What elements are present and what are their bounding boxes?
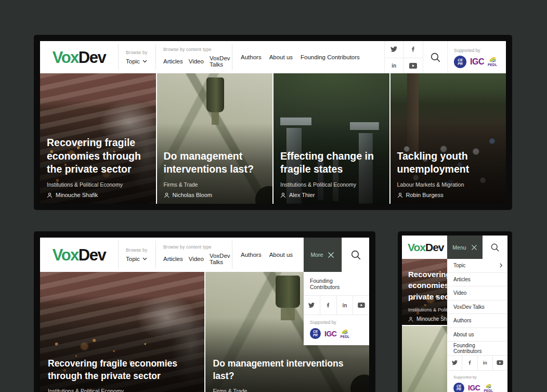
menu-item-video[interactable]: Video — [447, 286, 507, 300]
linkedin-icon[interactable]: in — [385, 58, 404, 74]
nav-authors[interactable]: Authors — [241, 252, 262, 258]
cepr-logo[interactable]: CEPR — [310, 328, 321, 339]
voxdev-logo[interactable]: VoxDev — [40, 238, 118, 272]
search-button[interactable] — [483, 236, 507, 259]
article-card[interactable]: Effecting change in fragile states Insti… — [274, 73, 389, 204]
tablet-page: VoxDev Browse by Topic Browse by content… — [40, 238, 369, 392]
menu-item-authors[interactable]: Authors — [447, 314, 507, 328]
more-dropdown-panel: Founding Contributors in Supported by CE… — [304, 272, 369, 345]
twitter-icon[interactable] — [447, 356, 462, 370]
card-category: Firms & Trade — [213, 388, 362, 392]
article-card[interactable]: Recovering fragile economies through the… — [40, 73, 156, 204]
twitter-icon[interactable] — [385, 41, 404, 58]
nav-video[interactable]: Video — [189, 58, 204, 64]
person-icon — [164, 192, 170, 198]
nav-articles[interactable]: Articles — [163, 58, 183, 64]
menu-item-founding-contributors[interactable]: Founding Contributors — [304, 272, 369, 296]
voxdev-logo-text: VoxDev — [53, 49, 106, 66]
menu-item-about-us[interactable]: About us — [447, 328, 507, 342]
nav-authors[interactable]: Authors — [241, 54, 262, 60]
article-card[interactable]: Do management interventions last? Firms … — [157, 73, 273, 204]
pedl-swirl-icon — [485, 384, 492, 388]
nav-about-us[interactable]: About us — [269, 252, 293, 258]
nav-articles[interactable]: Articles — [163, 256, 183, 262]
facebook-icon[interactable] — [462, 356, 477, 370]
browse-by-topic-cell: Browse by Topic — [119, 238, 155, 272]
search-icon — [350, 250, 361, 260]
person-icon — [408, 317, 413, 322]
browse-by-label: Browse by — [126, 50, 155, 55]
pedl-logo[interactable]: PEDL — [484, 384, 493, 392]
facebook-icon[interactable] — [404, 41, 423, 58]
voxdev-logo[interactable]: VoxDev — [40, 41, 118, 73]
nav-voxdev-talks[interactable]: VoxDev Talks — [210, 55, 232, 68]
topic-dropdown[interactable]: Topic — [126, 256, 155, 262]
facebook-icon[interactable] — [320, 296, 336, 315]
menu-button[interactable]: Menu — [447, 236, 483, 259]
supported-by-cell: Supported by CEPR IGC PEDL — [448, 41, 506, 73]
pedl-swirl-icon — [341, 329, 348, 334]
twitter-icon[interactable] — [304, 296, 320, 315]
card-title: Recovering fragile economies through the… — [47, 136, 151, 176]
cepr-logo[interactable]: CEPR — [454, 56, 466, 68]
card-category: Labour Markets & Migration — [397, 181, 502, 188]
supported-by-label: Supported by — [454, 48, 506, 53]
card-title: Do management interventions last? — [213, 358, 362, 382]
close-icon — [328, 252, 334, 258]
more-button[interactable]: More — [304, 238, 342, 272]
supported-by-section: Supported by CEPR IGC PEDL — [447, 371, 507, 392]
person-icon — [397, 192, 403, 198]
search-button[interactable] — [423, 41, 448, 73]
social-icons-row: in — [447, 356, 507, 371]
tablet-mockup: VoxDev Browse by Topic Browse by content… — [34, 231, 375, 392]
desktop-mockup: VoxDev Browse by Topic Browse by content… — [34, 35, 512, 210]
card-author: Nicholas Bloom — [164, 192, 268, 198]
voxdev-logo[interactable]: VoxDev — [402, 236, 447, 259]
mobile-page: VoxDev Menu Recovering fragile economies… — [402, 236, 507, 392]
card-title: Do management interventions last? — [164, 150, 268, 176]
menu-dropdown-panel: Topic Articles Video VoxDev Talks Author… — [447, 259, 507, 392]
featured-cards-row: Recovering fragile economies through the… — [40, 73, 506, 204]
card-author: Robin Burgess — [397, 192, 502, 198]
youtube-icon[interactable] — [404, 58, 423, 74]
pedl-swirl-icon — [489, 57, 497, 62]
social-icons-grid: in — [384, 41, 423, 73]
article-card[interactable]: Recovering fragile economies through the… — [40, 272, 204, 392]
igc-logo[interactable]: IGC — [470, 57, 484, 67]
menu-item-voxdev-talks[interactable]: VoxDev Talks — [447, 300, 507, 315]
menu-item-articles[interactable]: Articles — [447, 273, 507, 287]
card-author: Minouche Shafik — [47, 192, 151, 198]
igc-logo[interactable]: IGC — [324, 330, 336, 338]
card-title: Recovering fragile economies through the… — [48, 358, 197, 382]
article-card[interactable]: Tackling youth unemployment Labour Marke… — [390, 73, 506, 204]
search-icon — [490, 243, 500, 252]
nav-founding-contributors[interactable]: Founding Contributors — [301, 54, 360, 60]
nav-video[interactable]: Video — [189, 256, 204, 262]
topic-dropdown[interactable]: Topic — [126, 58, 155, 64]
pedl-logo[interactable]: PEDL — [488, 57, 497, 67]
mobile-mockup: VoxDev Menu Recovering fragile economies… — [398, 231, 512, 392]
youtube-icon[interactable] — [353, 296, 369, 315]
content-type-cell: Browse by content type Articles Video Vo… — [156, 238, 232, 272]
menu-item-topic[interactable]: Topic — [447, 259, 507, 273]
header-links: Authors About us — [232, 238, 304, 272]
nav-about-us[interactable]: About us — [269, 54, 293, 60]
cepr-logo[interactable]: CEPR — [453, 383, 464, 392]
search-button[interactable] — [342, 238, 369, 272]
card-category: Institutions & Political Economy — [280, 181, 385, 188]
chevron-down-icon — [142, 257, 147, 260]
social-icons-row: in — [304, 296, 369, 315]
linkedin-icon[interactable]: in — [336, 296, 353, 315]
desktop-page: VoxDev Browse by Topic Browse by content… — [40, 41, 506, 204]
close-icon — [471, 244, 477, 251]
youtube-icon[interactable] — [492, 356, 507, 370]
card-title: Tackling youth unemployment — [397, 150, 502, 176]
linkedin-icon[interactable]: in — [477, 356, 492, 370]
menu-item-founding-contributors[interactable]: Founding Contributors — [447, 342, 507, 356]
nav-voxdev-talks[interactable]: VoxDev Talks — [210, 253, 232, 265]
igc-logo[interactable]: IGC — [468, 384, 480, 392]
chevron-down-icon — [142, 60, 147, 63]
pedl-logo[interactable]: PEDL — [340, 329, 349, 338]
browse-by-topic-cell: Browse by Topic — [119, 41, 155, 73]
tablet-header: VoxDev Browse by Topic Browse by content… — [40, 238, 369, 272]
